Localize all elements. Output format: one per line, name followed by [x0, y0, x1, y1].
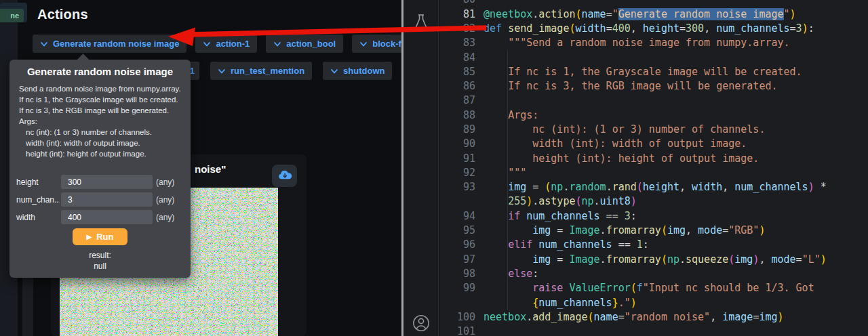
- action-button-run-test-mention[interactable]: run_test_mention: [210, 62, 312, 80]
- tooltip-description-line: width (int): width of output image.: [19, 138, 186, 148]
- code-line: 87: [439, 93, 868, 108]
- testing-flask-icon[interactable]: [413, 14, 429, 31]
- code-line: 81@neetbox.action(name="Generate random …: [439, 7, 868, 22]
- line-number: 86: [439, 79, 475, 93]
- code-text: {num_channels}."): [484, 296, 637, 310]
- code-text: Args:: [484, 108, 538, 123]
- code-line: 88 Args:: [439, 108, 868, 123]
- line-number: 85: [439, 65, 475, 79]
- action-button-label: action-1: [216, 39, 250, 49]
- param-label: width: [16, 213, 60, 222]
- code-line: 255).astype(np.uint8): [439, 194, 868, 209]
- actions-button-row-1: Generate random noise imageaction-1actio…: [33, 35, 401, 53]
- code-text: nc (int): (1 or 3) number of channels.: [484, 123, 765, 137]
- code-line: 94 if num_channels == 3:: [439, 209, 868, 224]
- param-label: num_chan...: [16, 195, 60, 205]
- line-number: 99: [439, 281, 475, 295]
- account-icon[interactable]: [411, 313, 431, 333]
- code-line: 101: [439, 324, 868, 336]
- screenshot-root: ne Actions Generate random noise imageac…: [0, 0, 868, 336]
- run-button[interactable]: ▶ Run: [73, 228, 127, 245]
- code-line: 99 raise ValueError(f"Input nc should be…: [439, 281, 868, 295]
- line-number: 87: [439, 93, 475, 108]
- line-number: 82: [439, 22, 475, 36]
- action-button-label: Generate random noise image: [53, 39, 179, 49]
- activity-bar: [403, 0, 439, 336]
- action-button-shutdown[interactable]: shutdown: [323, 62, 392, 80]
- param-type-hint: (any): [156, 213, 174, 222]
- tooltip-title: Generate random noise image: [9, 66, 191, 77]
- line-number: 91: [439, 152, 475, 166]
- code-text: img = Image.fromarray(img, mode="RGB"): [484, 224, 765, 238]
- line-number: 98: [439, 267, 475, 281]
- code-text: if num_channels == 3:: [484, 209, 637, 224]
- code-line: 82def send_image(width=400, height=300, …: [439, 22, 868, 36]
- indent-guide: [507, 51, 508, 65]
- actions-button-row-2: 1run_test_mentionshutdown: [157, 62, 392, 80]
- code-line: 84: [439, 51, 868, 65]
- code-line: 100neetbox.add_image(name="random noise"…: [439, 310, 868, 324]
- line-number: 97: [439, 253, 475, 267]
- code-text: """Send a random noise image from numpy.…: [484, 36, 790, 50]
- tooltip-description-line: Args:: [19, 116, 186, 127]
- code-line: 85 If nc is 1, the Grayscale image will …: [439, 65, 868, 79]
- param-input-width[interactable]: [61, 210, 153, 224]
- cloud-download-icon: [277, 169, 292, 183]
- code-line: 89 nc (int): (1 or 3) number of channels…: [439, 123, 868, 137]
- line-number: 80: [439, 0, 475, 7]
- code-text: neetbox.add_image(name="random noise", i…: [484, 310, 784, 324]
- param-input-height[interactable]: [61, 175, 153, 189]
- param-row-height: height(any): [16, 175, 184, 189]
- tooltip-description: Send a random noise image from numpy.arr…: [19, 83, 186, 159]
- code-editor[interactable]: 8081@neetbox.action(name="Generate rando…: [439, 0, 868, 336]
- tooltip-description-line: height (int): height of output image.: [19, 148, 186, 159]
- sidebar-item-partial[interactable]: ne: [0, 3, 27, 22]
- page-title: Actions: [37, 7, 88, 22]
- line-number: 81: [439, 7, 475, 22]
- code-text: raise ValueError(f"Input nc should be 1/…: [484, 281, 814, 295]
- code-text: height (int): height of output image.: [484, 152, 759, 166]
- result-label: result:: [9, 251, 191, 260]
- action-button-label: run_test_mention: [231, 66, 304, 76]
- param-label: height: [16, 177, 60, 187]
- action-button-label: shutdown: [343, 66, 384, 76]
- indent-guide: [507, 93, 508, 108]
- code-line: 93 img = (np.random.rand(height, width, …: [439, 180, 868, 194]
- line-number: 84: [439, 51, 475, 65]
- tooltip-caret: [77, 54, 89, 66]
- code-text: 255).astype(np.uint8): [484, 194, 637, 209]
- line-number: 94: [439, 209, 475, 224]
- code-line: 97 img = Image.fromarray(np.squeeze(img)…: [439, 253, 868, 267]
- code-line: {num_channels}."): [439, 296, 868, 310]
- play-icon: ▶: [87, 234, 92, 240]
- action-button-action-bool[interactable]: action_bool: [266, 35, 343, 53]
- code-line: 96 elif num_channels == 1:: [439, 238, 868, 252]
- code-line: 90 width (int): width of output image.: [439, 137, 868, 151]
- code-line: 92 """: [439, 166, 868, 180]
- dashboard-panel: ne Actions Generate random noise imageac…: [0, 0, 401, 336]
- code-line: 80: [439, 0, 868, 7]
- code-text: """: [484, 166, 526, 180]
- code-line: 98 else:: [439, 267, 868, 281]
- code-text: def send_image(width=400, height=300, nu…: [484, 22, 814, 36]
- line-number: 90: [439, 137, 475, 151]
- action-tooltip: Generate random noise image Send a rando…: [9, 60, 191, 278]
- code-line: 91 height (int): height of output image.: [439, 152, 868, 166]
- window-divider[interactable]: [401, 0, 403, 336]
- code-line: 86 If nc is 3, the RGB image will be gen…: [439, 79, 868, 93]
- param-input-num-chan[interactable]: [61, 192, 153, 207]
- tooltip-description-line: If nc is 3, the RGB image will be genera…: [19, 105, 186, 116]
- line-number: 83: [439, 36, 475, 50]
- action-button-action-1[interactable]: action-1: [195, 35, 257, 53]
- action-button-block-for-sec[interactable]: block-for-sec: [352, 35, 401, 53]
- action-button-generate-random-noise-image[interactable]: Generate random noise image: [33, 35, 186, 53]
- download-image-button[interactable]: [272, 165, 297, 187]
- code-text: else:: [484, 267, 538, 281]
- tooltip-description-line: Send a random noise image from numpy.arr…: [19, 83, 186, 94]
- param-row-width: width(any): [16, 210, 184, 224]
- image-card-title: noise": [195, 163, 226, 175]
- status-tag: ne: [0, 9, 24, 22]
- code-text: img = (np.random.rand(height, width, num…: [484, 180, 827, 194]
- code-line: 95 img = Image.fromarray(img, mode="RGB"…: [439, 224, 868, 238]
- code-text: @neetbox.action(name="Generate random no…: [484, 7, 796, 22]
